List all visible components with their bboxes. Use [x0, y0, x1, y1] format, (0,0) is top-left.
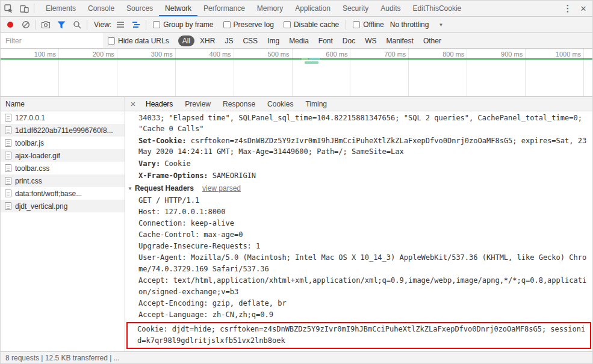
tab-audits[interactable]: Audits — [374, 1, 406, 16]
request-header-line: Host: 127.0.0.1:8000 — [138, 206, 588, 218]
close-devtools-icon[interactable]: ✕ — [576, 1, 591, 16]
filter-type-ws[interactable]: WS — [361, 35, 380, 46]
request-header-line: Upgrade-Insecure-Requests: 1 — [138, 241, 588, 252]
cookie-highlight-box: Cookie: djdt=hide; csrftoken=z4sDnWBZDz5… — [126, 322, 591, 349]
disable-cache-checkbox[interactable]: Disable cache — [284, 20, 339, 29]
filter-type-other[interactable]: Other — [419, 35, 446, 46]
header-name: X-Frame-Options: — [138, 171, 208, 180]
image-icon — [5, 202, 11, 210]
list-view-icon[interactable] — [113, 17, 128, 32]
timeline-tick-label: 800 ms — [442, 51, 464, 58]
detail-tab-timing[interactable]: Timing — [299, 97, 333, 111]
filter-type-all[interactable]: All — [178, 35, 194, 46]
request-row[interactable]: 127.0.0.1 — [1, 111, 125, 124]
tab-memory[interactable]: Memory — [251, 1, 289, 16]
request-name: 127.0.0.1 — [15, 114, 45, 122]
filter-type-css[interactable]: CSS — [238, 35, 262, 46]
request-header-line: Accept-Language: zh-CN,zh;q=0.9 — [138, 309, 588, 321]
filter-type-manifest[interactable]: Manifest — [382, 35, 418, 46]
detail-tab-cookies[interactable]: Cookies — [261, 97, 299, 111]
overview-request-mark — [302, 58, 308, 60]
document-icon — [5, 114, 11, 122]
network-overview[interactable]: 100 ms200 ms300 ms400 ms500 ms600 ms700 … — [1, 49, 592, 97]
request-row[interactable]: data:font/woff;base... — [1, 187, 125, 200]
filter-type-doc[interactable]: Doc — [338, 35, 359, 46]
request-headers-section: ▼ Request Headers view parsed — [128, 184, 588, 193]
filter-type-js[interactable]: JS — [220, 35, 237, 46]
request-details-panel: × HeadersPreviewResponseCookiesTiming 34… — [125, 97, 592, 351]
throttling-value: No throttling — [390, 20, 429, 29]
hide-data-urls-checkbox[interactable]: Hide data URLs — [108, 37, 169, 45]
close-details-icon[interactable]: × — [126, 99, 140, 109]
checkbox-box — [284, 21, 291, 28]
detail-tab-headers[interactable]: Headers — [140, 97, 179, 111]
inspect-element-icon[interactable] — [1, 1, 16, 16]
preserve-log-checkbox[interactable]: Preserve log — [223, 20, 274, 29]
detail-tab-preview[interactable]: Preview — [179, 97, 217, 111]
xhr-icon — [5, 126, 11, 134]
timeline-tick-label: 700 ms — [384, 51, 406, 58]
filter-bar: Hide data URLs AllXHRJSCSSImgMediaFontDo… — [1, 33, 592, 49]
tab-elements[interactable]: Elements — [40, 1, 82, 16]
detail-tab-response[interactable]: Response — [217, 97, 261, 111]
tab-network[interactable]: Network — [159, 1, 197, 16]
timeline-tick-label: 500 ms — [267, 51, 289, 58]
view-parsed-link[interactable]: view parsed — [202, 184, 241, 193]
tab-security[interactable]: Security — [337, 1, 374, 16]
filter-type-media[interactable]: Media — [285, 35, 313, 46]
disclosure-triangle-icon[interactable]: ▼ — [128, 186, 132, 191]
search-icon[interactable] — [69, 17, 85, 32]
network-toolbar: View: Group by frame Preserve log Disabl… — [1, 17, 592, 33]
devtools-window: ElementsConsoleSourcesNetworkPerformance… — [0, 0, 593, 364]
checkbox-box — [223, 21, 231, 28]
clear-button[interactable] — [18, 17, 34, 32]
timeline-tick-label: 1000 ms — [556, 51, 581, 58]
request-row[interactable]: djdt_vertical.png — [1, 200, 125, 212]
name-column-header[interactable]: Name — [1, 97, 125, 111]
request-row[interactable]: print.css — [1, 174, 125, 187]
section-title: Request Headers — [135, 184, 194, 193]
overview-view-icon[interactable] — [128, 17, 144, 32]
tab-sources[interactable]: Sources — [120, 1, 159, 16]
response-header-line: 34033; "Elapsed time", SQLPanel_sql_time… — [138, 113, 588, 134]
response-headers-block: 34033; "Elapsed time", SQLPanel_sql_time… — [138, 113, 588, 181]
tab-editthiscookie[interactable]: EditThisCookie — [407, 1, 468, 16]
timeline-tick: 200 ms — [59, 49, 117, 96]
record-button[interactable] — [2, 17, 18, 32]
request-name: 1d1df6220ab711e9996760f8... — [15, 126, 113, 135]
response-header-line: X-Frame-Options: SAMEORIGIN — [138, 170, 588, 181]
request-list-panel: Name 127.0.0.11d1df6220ab711e9996760f8..… — [1, 97, 125, 351]
filter-type-img[interactable]: Img — [263, 35, 284, 46]
record-icon — [7, 22, 13, 28]
group-by-frame-checkbox[interactable]: Group by frame — [153, 20, 213, 29]
filter-type-font[interactable]: Font — [314, 35, 337, 46]
request-row[interactable]: toolbar.js — [1, 137, 125, 149]
devtools-tabbar: ElementsConsoleSourcesNetworkPerformance… — [1, 1, 592, 17]
divider — [36, 20, 36, 29]
request-header-line: User-Agent: Mozilla/5.0 (Macintosh; Inte… — [138, 252, 588, 275]
tab-console[interactable]: Console — [82, 1, 120, 16]
filter-icon[interactable] — [54, 17, 69, 32]
script-icon — [5, 139, 11, 147]
request-name: data:font/woff;base... — [15, 190, 82, 198]
filter-type-xhr[interactable]: XHR — [196, 35, 219, 46]
capture-screenshots-icon[interactable] — [38, 17, 54, 32]
device-toolbar-icon[interactable] — [16, 1, 32, 16]
more-options-icon[interactable]: ⋮ — [560, 1, 576, 16]
overview-request-mark — [305, 61, 318, 64]
header-value: csrftoken=z4sDnWBZDz5Y9zIvr0mI9hJBmCciPu… — [138, 137, 586, 156]
timeline-tick: 400 ms — [176, 49, 234, 96]
request-rows: 127.0.0.11d1df6220ab711e9996760f8...tool… — [1, 111, 125, 351]
divider — [146, 20, 146, 29]
request-row[interactable]: 1d1df6220ab711e9996760f8... — [1, 124, 125, 137]
throttling-select[interactable]: No throttling ▼ — [390, 20, 444, 29]
request-header-line: Accept: text/html,application/xhtml+xml,… — [138, 275, 588, 298]
request-name: print.css — [15, 177, 42, 185]
filter-input[interactable] — [1, 33, 103, 48]
request-row[interactable]: toolbar.css — [1, 162, 125, 174]
request-row[interactable]: ajax-loader.gif — [1, 149, 125, 162]
timeline-tick-label: 300 ms — [151, 51, 173, 58]
tab-application[interactable]: Application — [289, 1, 337, 16]
offline-checkbox[interactable]: Offline — [353, 20, 383, 29]
tab-performance[interactable]: Performance — [197, 1, 251, 16]
